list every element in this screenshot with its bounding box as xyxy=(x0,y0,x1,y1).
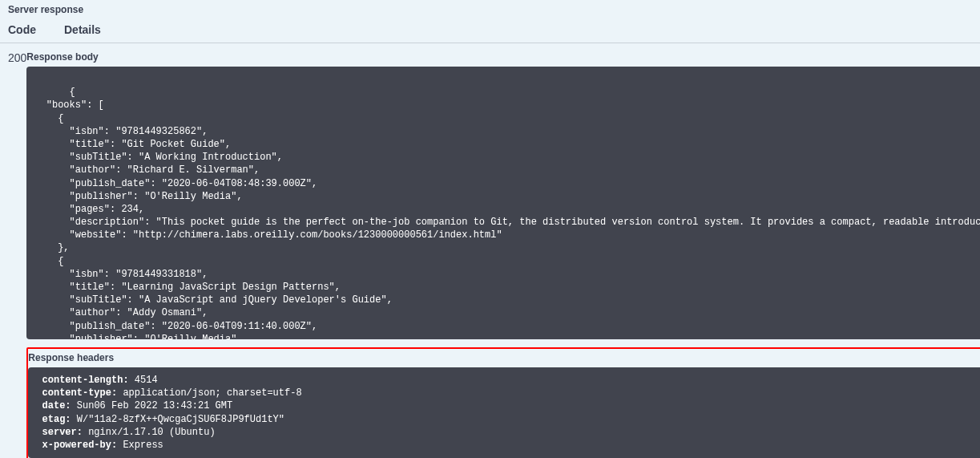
column-code-label: Code xyxy=(8,23,64,36)
server-response-heading: Server response xyxy=(0,0,980,19)
response-body-block[interactable]: { "books": [ { "isbn": "9781449325862", … xyxy=(26,67,980,339)
column-header-row: Code Details xyxy=(0,19,980,43)
response-body-label: Response body xyxy=(26,51,980,63)
response-row: 200 Response body { "books": [ { "isbn":… xyxy=(0,43,980,458)
status-code: 200 xyxy=(8,51,26,458)
response-body-text: { "books": [ { "isbn": "9781449325862", … xyxy=(34,87,980,339)
response-details: Response body { "books": [ { "isbn": "97… xyxy=(26,51,980,458)
response-headers-block[interactable]: content-length: 4514 content-type: appli… xyxy=(28,367,980,458)
response-headers-label: Response headers xyxy=(28,352,980,363)
response-headers-container: Response headers content-length: 4514 co… xyxy=(26,347,980,458)
column-details-label: Details xyxy=(64,23,972,36)
